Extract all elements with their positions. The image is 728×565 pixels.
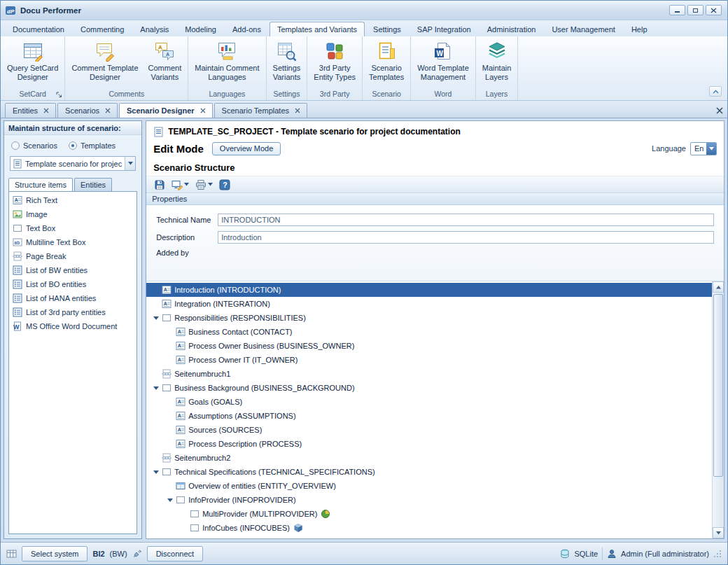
close-button[interactable] (706, 5, 722, 15)
structure-item-list-of-hana-entities[interactable]: List of HANA entities (9, 291, 136, 305)
document-tab-entities[interactable]: Entities (5, 103, 56, 118)
menu-tab-commenting[interactable]: Commenting (73, 22, 132, 36)
radio-scenarios[interactable]: Scenarios (11, 141, 57, 150)
structure-item-list-of-bw-entities[interactable]: List of BW entities (9, 263, 136, 277)
ribbon-button-comment-template-designer[interactable]: Comment TemplateDesigner (66, 38, 143, 89)
menu-tab-documentation[interactable]: Documentation (5, 22, 72, 36)
sidebar-tab-structure-items[interactable]: Structure items (8, 178, 73, 191)
tab-close-icon[interactable] (43, 108, 49, 113)
save-button[interactable] (152, 178, 167, 192)
scrollbar-track[interactable] (713, 293, 724, 527)
description-input[interactable] (218, 231, 714, 244)
structure-item-text-box[interactable]: Text Box (9, 221, 136, 235)
scroll-down-button[interactable] (713, 527, 724, 538)
language-combo[interactable]: En (690, 142, 717, 155)
maximize-button[interactable] (687, 5, 704, 15)
document-tab-scenarios[interactable]: Scenarios (57, 103, 118, 118)
status-separator (602, 547, 603, 560)
tab-close-icon[interactable] (295, 108, 300, 113)
chevron-down-icon[interactable] (125, 157, 135, 170)
ribbon-button-maintain-layers[interactable]: MaintainLayers (477, 38, 517, 89)
structure-item-multiline-text-box[interactable]: abMultiline Text Box (9, 235, 136, 249)
tree-item-sources-sources[interactable]: ASources (SOURCES) (146, 423, 712, 437)
tree-item-seitenumbruch1[interactable]: Seitenumbruch1 (146, 367, 712, 381)
template-dropdown[interactable]: Template scenario for projec (10, 156, 136, 171)
menu-tab-settings[interactable]: Settings (365, 22, 409, 36)
scrollbar-thumb[interactable] (713, 294, 723, 477)
menu-tab-administration[interactable]: Administration (479, 22, 544, 36)
tree-item-technical-specifications-technical-specifications[interactable]: Technical Specifications (TECHNICAL_SPEC… (146, 465, 712, 479)
chevron-down-icon (709, 147, 714, 151)
tree-item-integration-integration[interactable]: AIntegration (INTEGRATION) (146, 297, 712, 311)
app-logo-icon: dP (5, 5, 16, 16)
print-button[interactable] (193, 178, 215, 192)
structure-item-image[interactable]: Image (9, 207, 136, 221)
tree-item-seitenumbruch2[interactable]: Seitenumbruch2 (146, 451, 712, 465)
tree-item-process-owner-business-business-owner[interactable]: AProcess Owner Business (BUSINESS_OWNER) (146, 339, 712, 353)
tree-item-infoprovider-infoprovider[interactable]: InfoProvider (INFOPROVIDER) (146, 493, 712, 507)
tree-item-multiprovider-multiprovider[interactable]: MultiProvider (MULTIPROVIDER) (146, 507, 712, 521)
tab-close-icon[interactable] (200, 108, 206, 113)
tree-scrollbar[interactable] (712, 281, 724, 538)
document-tab-scenario-templates[interactable]: Scenario Templates (214, 103, 307, 118)
tree-item-process-owner-it-it-owner[interactable]: AProcess Owner IT (IT_OWNER) (146, 353, 712, 367)
menu-tab-user-management[interactable]: User Management (544, 22, 623, 36)
tabbar-close-button[interactable] (716, 107, 723, 114)
ribbon-button-comment-variants[interactable]: AACommentVariants (144, 38, 187, 89)
radio-circle[interactable] (69, 141, 77, 150)
display-settings-button[interactable] (169, 178, 191, 192)
ribbon-button-maintain-comment-languages[interactable]: Maintain CommentLanguages (190, 38, 264, 89)
tree-item-overview-of-entities-entity-overview[interactable]: Overview of entities (ENTITY_OVERVIEW) (146, 479, 712, 493)
tree-item-introduction-introduction[interactable]: AIntroduction (INTRODUCTION) (146, 283, 712, 297)
ribbon-button-word-template-management[interactable]: WWord TemplateManagement (412, 38, 474, 89)
tree-item-goals-goals[interactable]: AGoals (GOALS) (146, 395, 712, 409)
tree-item-business-background-business-background[interactable]: Business Background (BUSINESS_BACKGROUND… (146, 381, 712, 395)
structure-item-ms-office-word-document[interactable]: WMS Office Word Document (9, 319, 136, 333)
ribbon-group-caption: Settings (268, 89, 306, 100)
resize-grip-icon[interactable] (713, 550, 722, 558)
expander-icon[interactable] (150, 315, 162, 321)
minimize-button[interactable] (669, 5, 685, 15)
menu-tab-modeling[interactable]: Modeling (177, 22, 224, 36)
ribbon-button-scenario-templates[interactable]: ScenarioTemplates (364, 38, 409, 89)
dialog-launcher-icon[interactable] (56, 92, 62, 98)
tab-close-icon[interactable] (105, 108, 111, 113)
tree-item-assumptions-assumptions[interactable]: AAssumptions (ASSUMPTIONS) (146, 409, 712, 423)
select-system-button[interactable]: Select system (22, 546, 88, 561)
ribbon-button-query-setcard-designer[interactable]: Query SetCardDesigner (2, 38, 63, 89)
help-button[interactable]: ? (217, 178, 232, 192)
radio-circle[interactable] (11, 141, 20, 150)
technical-name-input[interactable] (218, 214, 714, 226)
structure-item-page-break[interactable]: Page Break (9, 249, 136, 263)
structure-item-rich-text[interactable]: ARich Text (9, 193, 136, 207)
tree-item-label: Business Contact (CONTACT) (188, 328, 292, 336)
ribbon-group-settings: SettingsVariantsSettings (267, 36, 308, 100)
sidebar-splitter[interactable] (143, 120, 145, 539)
expander-icon[interactable] (164, 497, 176, 503)
menu-tab-add-ons[interactable]: Add-ons (225, 22, 269, 36)
tree-item-infocubes-infocubes[interactable]: InfoCubes (INFOCUBES) (146, 521, 712, 535)
expander-icon[interactable] (150, 469, 162, 475)
tree-item-process-description-process[interactable]: AProcess Description (PROCESS) (146, 437, 712, 451)
ribbon-button-3rd-party-entity-types[interactable]: 3rd PartyEntity Types (309, 38, 360, 89)
menu-tab-sap-integration[interactable]: SAP Integration (410, 22, 479, 36)
expander-icon[interactable] (150, 385, 162, 391)
document-tab-scenario-designer[interactable]: Scenario Designer (119, 103, 213, 118)
ribbon-collapse-button[interactable] (709, 86, 722, 97)
menu-tab-templates-and-variants[interactable]: Templates and Variants (270, 22, 365, 36)
chevron-down-icon[interactable] (706, 143, 716, 155)
disconnect-button[interactable]: Disconnect (147, 546, 203, 561)
tree-item-responsibilities-responsibilities[interactable]: Responsibilities (RESPONSIBILITIES) (146, 311, 712, 325)
structure-item-list-of-3rd-party-entities[interactable]: List of 3rd party entities (9, 305, 136, 319)
menu-tab-analysis[interactable]: Analysis (132, 22, 176, 36)
multiline-text-icon: ab (13, 237, 22, 247)
sidebar-tab-entities[interactable]: Entities (74, 178, 112, 191)
overview-mode-button[interactable]: Overview Mode (212, 142, 281, 155)
structure-item-label: Multiline Text Box (26, 238, 85, 246)
tree-item-business-contact-contact[interactable]: ABusiness Contact (CONTACT) (146, 325, 712, 339)
menu-tab-help[interactable]: Help (624, 22, 655, 36)
scroll-up-button[interactable] (713, 281, 724, 293)
ribbon-button-settings-variants[interactable]: SettingsVariants (268, 38, 306, 89)
radio-templates[interactable]: Templates (69, 141, 115, 150)
structure-item-list-of-bo-entities[interactable]: List of BO entities (9, 277, 136, 291)
